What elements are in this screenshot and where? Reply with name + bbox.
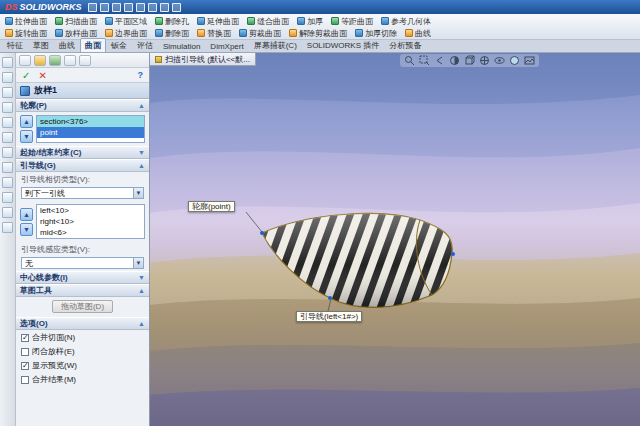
checkbox-label: 闭合放样(E) <box>32 346 75 357</box>
guide-curve-callout[interactable]: 引导线(left<1#>) <box>296 311 362 322</box>
commandmanager-tab[interactable]: 特征 <box>2 38 28 52</box>
section-header-centerline[interactable]: 中心线参数(I) ▼ <box>16 271 149 284</box>
guide-curve-list-item[interactable]: mid<6> <box>37 227 144 238</box>
ribbon-button[interactable]: 放样曲面 <box>52 28 100 39</box>
loft-surface-icon[interactable] <box>2 117 13 128</box>
ribbon-button[interactable]: 替换面 <box>194 28 234 39</box>
ribbon-button[interactable]: 旋转曲面 <box>2 28 50 39</box>
chevron-down-icon: ▼ <box>133 188 143 198</box>
configurationmanager-tab-icon[interactable] <box>49 55 61 66</box>
section-view-icon[interactable] <box>449 55 460 66</box>
boundary-surface-icon[interactable] <box>2 132 13 143</box>
ribbon-button[interactable]: 延伸曲面 <box>194 16 242 27</box>
ribbon-button[interactable]: 缝合曲面 <box>244 16 292 27</box>
move-guide-up-button[interactable]: ▲ <box>20 208 33 221</box>
profiles-section-body: ▲ ▼ section<376>point <box>16 112 149 146</box>
ribbon-button[interactable]: 平面区域 <box>102 16 150 27</box>
undo-icon[interactable] <box>136 3 145 12</box>
propertymanager-tab-icon[interactable] <box>34 55 46 66</box>
extend-surface-icon[interactable] <box>2 207 13 218</box>
trim-surface-icon[interactable] <box>2 192 13 203</box>
zoom-fit-icon[interactable] <box>404 55 415 66</box>
knit-surface-icon[interactable] <box>2 177 13 188</box>
ribbon-button[interactable]: 加厚 <box>294 16 326 27</box>
extrude-surface-icon[interactable] <box>2 72 13 83</box>
move-guide-down-button[interactable]: ▼ <box>20 223 33 236</box>
rebuild-icon[interactable] <box>160 3 169 12</box>
ribbon-button[interactable]: 删除面 <box>152 28 192 39</box>
ribbon-button[interactable]: 删除孔 <box>152 16 192 27</box>
ribbon-button[interactable]: 拉伸曲面 <box>2 16 50 27</box>
displaymanager-tab-icon[interactable] <box>79 55 91 66</box>
sketch-icon[interactable] <box>2 57 13 68</box>
guide-influence-select[interactable]: 无 ▼ <box>21 257 144 269</box>
ribbon-button[interactable]: 加厚切除 <box>352 28 400 39</box>
ribbon-button[interactable]: 扫描曲面 <box>52 16 100 27</box>
commandmanager-tab[interactable]: 草图 <box>28 38 54 52</box>
commandmanager-tab[interactable]: SOLIDWORKS 插件 <box>302 38 384 52</box>
redo-icon[interactable] <box>148 3 157 12</box>
view-orientation-icon[interactable] <box>464 55 475 66</box>
move-profile-up-button[interactable]: ▲ <box>20 115 33 128</box>
option-checkbox[interactable]: 显示预览(W) <box>21 360 144 371</box>
commandmanager-tab[interactable]: 曲面 <box>80 38 106 52</box>
commandmanager-tab[interactable]: 评估 <box>132 38 158 52</box>
commandmanager-tab[interactable]: 曲线 <box>54 38 80 52</box>
print-icon[interactable] <box>124 3 133 12</box>
display-style-icon[interactable] <box>479 55 490 66</box>
tool-icon <box>289 29 297 37</box>
previous-view-icon[interactable] <box>434 55 445 66</box>
options-icon[interactable] <box>172 3 181 12</box>
appearance-icon[interactable] <box>509 55 520 66</box>
profile-callout[interactable]: 轮廓(point) <box>188 201 235 212</box>
ok-button[interactable]: ✓ <box>22 70 30 81</box>
ribbon-button[interactable]: 参考几何体 <box>378 16 434 27</box>
drag-sketch-button[interactable]: 拖动草图(D) <box>52 300 113 313</box>
commandmanager-tab[interactable]: Simulation <box>158 40 205 52</box>
scene-icon[interactable] <box>524 55 535 66</box>
profile-list-item[interactable]: section<376> <box>37 116 144 127</box>
planar-surface-icon[interactable] <box>2 147 13 158</box>
feature-accept-controls: ✓ ✕ ? <box>16 68 149 83</box>
move-profile-down-button[interactable]: ▼ <box>20 130 33 143</box>
graphics-area[interactable]: 扫描引导线 (默认<<默... 轮廓(point) <box>150 53 640 426</box>
offset-surface-icon[interactable] <box>2 162 13 173</box>
guide-curve-list-item[interactable]: left<10> <box>37 205 144 216</box>
cancel-button[interactable]: ✕ <box>38 70 46 81</box>
option-checkbox[interactable]: 闭合放样(E) <box>21 346 144 357</box>
sweep-surface-icon[interactable] <box>2 102 13 113</box>
ribbon-button[interactable]: 等距曲面 <box>328 16 376 27</box>
dimxpertmanager-tab-icon[interactable] <box>64 55 76 66</box>
ribbon-button[interactable]: 剪裁曲面 <box>236 28 284 39</box>
solidworks-window: { "glyphs": { "collapse": "▲", "expand":… <box>0 0 640 426</box>
section-header-options[interactable]: 选项(O) ▲ <box>16 317 149 330</box>
revolve-surface-icon[interactable] <box>2 87 13 98</box>
new-icon[interactable] <box>88 3 97 12</box>
option-checkbox[interactable]: 合并结果(M) <box>21 374 144 385</box>
commandmanager-tab[interactable]: DimXpert <box>205 40 248 52</box>
ribbon-button-label: 参考几何体 <box>391 16 431 27</box>
featuremanager-tab-icon[interactable] <box>19 55 31 66</box>
section-header-profiles[interactable]: 轮廓(P) ▲ <box>16 99 149 112</box>
section-header-start-end-constraints[interactable]: 起始/结束约束(C) ▼ <box>16 146 149 159</box>
section-header-sketch-tools[interactable]: 草图工具 ▲ <box>16 284 149 297</box>
commandmanager-tab[interactable]: 分析预备 <box>384 38 426 52</box>
hide-show-items-icon[interactable] <box>494 55 505 66</box>
guide-tangency-select[interactable]: 到下一引线 ▼ <box>21 187 144 199</box>
option-checkbox[interactable]: 合并切面(N) <box>21 332 144 343</box>
help-button[interactable]: ? <box>138 70 144 80</box>
document-tab[interactable]: 扫描引导线 (默认<<默... <box>150 53 256 66</box>
ribbon-button[interactable]: 解除剪裁曲面 <box>286 28 350 39</box>
commandmanager-tab[interactable]: 钣金 <box>106 38 132 52</box>
ribbon-button[interactable]: 边界曲面 <box>102 28 150 39</box>
zoom-area-icon[interactable] <box>419 55 430 66</box>
thicken-icon[interactable] <box>2 222 13 233</box>
ribbon-button[interactable]: 曲线 <box>402 28 434 39</box>
open-icon[interactable] <box>100 3 109 12</box>
section-header-guide-curves[interactable]: 引导线(G) ▲ <box>16 159 149 172</box>
profile-list-item[interactable]: point <box>37 127 144 138</box>
commandmanager-tab[interactable]: 屏幕捕获(C) <box>249 38 302 52</box>
guide-curve-list-item[interactable]: right<10> <box>37 216 144 227</box>
checkbox-box <box>21 334 29 342</box>
save-icon[interactable] <box>112 3 121 12</box>
